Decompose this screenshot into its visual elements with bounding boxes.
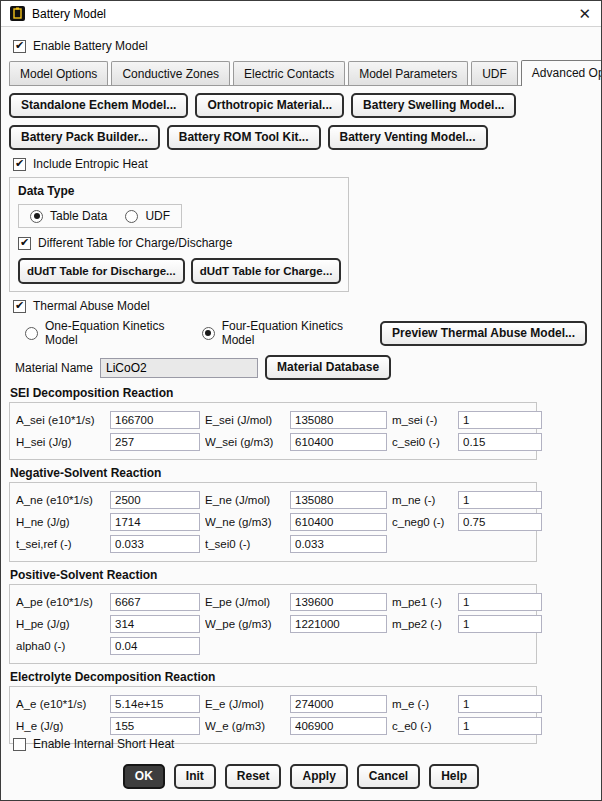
tab-conductive-zones[interactable]: Conductive Zones — [111, 61, 230, 85]
param-input-e-pe-j-mol[interactable] — [290, 593, 387, 611]
battery-pack-builder-button[interactable]: Battery Pack Builder... — [9, 125, 160, 150]
param-label-t-sei-ref: t_sei,ref (-) — [16, 538, 105, 550]
param-input-e-sei-j-mol[interactable] — [290, 411, 387, 429]
param-label-e-pe-j-mol: E_pe (J/mol) — [205, 596, 285, 608]
param-input-h-pe-j-g[interactable] — [110, 615, 200, 633]
reset-button[interactable]: Reset — [225, 764, 282, 789]
param-input-w-ne-g-m3[interactable] — [290, 513, 387, 531]
param-input-h-sei-j-g[interactable] — [110, 433, 200, 451]
battery-swelling-model-button[interactable]: Battery Swelling Model... — [351, 93, 516, 118]
param-input-m-ne[interactable] — [458, 491, 542, 509]
enable-internal-short-heat-checkbox[interactable]: Enable Internal Short Heat — [13, 737, 174, 751]
param-input-m-sei[interactable] — [458, 411, 542, 429]
param-label-w-sei-g-m3: W_sei (g/m3) — [205, 436, 285, 448]
checkbox-label: Enable Internal Short Heat — [33, 737, 174, 751]
init-button[interactable]: Init — [174, 764, 216, 789]
param-row: A_pe (e10*1/s)E_pe (J/mol)m_pe1 (-) — [16, 592, 530, 612]
param-input-a-e-e10-1-s[interactable] — [110, 695, 200, 713]
checkbox-icon — [18, 237, 31, 250]
battery-icon — [10, 6, 25, 21]
param-input-e-ne-j-mol[interactable] — [290, 491, 387, 509]
param-input-w-sei-g-m3[interactable] — [290, 433, 387, 451]
apply-button[interactable]: Apply — [290, 764, 347, 789]
radio-icon — [30, 210, 43, 223]
close-icon[interactable]: ✕ — [578, 6, 591, 21]
tab-bar: Model OptionsConductive ZonesElectric Co… — [9, 60, 593, 86]
orthotropic-material-button[interactable]: Orthotropic Material... — [195, 93, 344, 118]
param-input-e-e-j-mol[interactable] — [290, 695, 387, 713]
parameter-sections: SEI Decomposition ReactionA_sei (e10*1/s… — [9, 386, 593, 744]
help-button[interactable]: Help — [429, 764, 479, 789]
tab-model-parameters[interactable]: Model Parameters — [348, 61, 468, 85]
param-label-m-e: m_e (-) — [392, 698, 453, 710]
param-input-a-sei-e10-1-s[interactable] — [110, 411, 200, 429]
tab-electric-contacts[interactable]: Electric Contacts — [233, 61, 345, 85]
section-title-electrolyte-decomposition-reaction: Electrolyte Decomposition Reaction — [10, 670, 593, 684]
radio-icon — [25, 327, 38, 340]
param-input-w-pe-g-m3[interactable] — [290, 615, 387, 633]
thermal-abuse-model-checkbox[interactable]: Thermal Abuse Model — [13, 299, 150, 313]
param-input-a-ne-e10-1-s[interactable] — [110, 491, 200, 509]
radio-one-equation-kinetics[interactable]: One-Equation Kinetics Model — [25, 319, 176, 347]
param-row: A_e (e10*1/s)E_e (J/mol)m_e (-) — [16, 694, 530, 714]
param-row: A_sei (e10*1/s)E_sei (J/mol)m_sei (-) — [16, 410, 530, 430]
tab-udf[interactable]: UDF — [471, 61, 518, 85]
param-input-h-ne-j-g[interactable] — [110, 513, 200, 531]
ok-button[interactable]: OK — [123, 764, 165, 789]
param-label-h-ne-j-g: H_ne (J/g) — [16, 516, 105, 528]
section-box-negative-solvent-reaction: A_ne (e10*1/s)E_ne (J/mol)m_ne (-)H_ne (… — [9, 482, 537, 562]
param-label-h-pe-j-g: H_pe (J/g) — [16, 618, 105, 630]
preview-thermal-abuse-model-button[interactable]: Preview Thermal Abuse Model... — [380, 321, 587, 346]
dudt-table-discharge-button[interactable]: dUdT Table for Discharge... — [18, 258, 185, 284]
material-name-row: Material Name Material Database — [15, 355, 593, 380]
section-title-positive-solvent-reaction: Positive-Solvent Reaction — [10, 568, 593, 582]
enable-battery-model-checkbox[interactable]: Enable Battery Model — [13, 39, 148, 53]
param-row: H_ne (J/g)W_ne (g/m3)c_neg0 (-) — [16, 512, 530, 532]
param-input-m-e[interactable] — [458, 695, 542, 713]
battery-rom-tool-kit-button[interactable]: Battery ROM Tool Kit... — [167, 125, 321, 150]
material-database-button[interactable]: Material Database — [265, 355, 391, 380]
checkbox-icon — [13, 158, 26, 171]
data-type-title: Data Type — [18, 184, 340, 198]
param-input-t-sei-ref[interactable] — [110, 535, 200, 553]
param-input-t-sei0[interactable] — [290, 535, 387, 553]
param-row: H_pe (J/g)W_pe (g/m3)m_pe2 (-) — [16, 614, 530, 634]
footer-buttons: OKInitResetApplyCancelHelp — [9, 764, 593, 789]
radio-icon — [125, 210, 138, 223]
param-label-m-pe2: m_pe2 (-) — [392, 618, 453, 630]
param-input-m-pe1[interactable] — [458, 593, 542, 611]
param-input-alpha0[interactable] — [110, 637, 200, 655]
standalone-echem-model-button[interactable]: Standalone Echem Model... — [9, 93, 188, 118]
battery-venting-model-button[interactable]: Battery Venting Model... — [328, 125, 488, 150]
dudt-table-charge-button[interactable]: dUdT Table for Charge... — [191, 258, 342, 284]
param-label-a-ne-e10-1-s: A_ne (e10*1/s) — [16, 494, 105, 506]
param-label-a-pe-e10-1-s: A_pe (e10*1/s) — [16, 596, 105, 608]
param-label-e-ne-j-mol: E_ne (J/mol) — [205, 494, 285, 506]
checkbox-label: Thermal Abuse Model — [33, 299, 150, 313]
cancel-button[interactable]: Cancel — [357, 764, 420, 789]
param-input-c-neg0[interactable] — [458, 513, 542, 531]
radio-table-data[interactable]: Table Data — [30, 209, 107, 223]
param-label-h-sei-j-g: H_sei (J/g) — [16, 436, 105, 448]
tab-model-options[interactable]: Model Options — [9, 61, 108, 85]
kinetics-model-row: One-Equation Kinetics Model Four-Equatio… — [25, 319, 591, 347]
param-row: H_sei (J/g)W_sei (g/m3)c_sei0 (-) — [16, 432, 530, 452]
window-title: Battery Model — [32, 7, 106, 21]
param-label-a-sei-e10-1-s: A_sei (e10*1/s) — [16, 414, 105, 426]
param-input-m-pe2[interactable] — [458, 615, 542, 633]
tab-advanced-options[interactable]: Advanced Options — [521, 60, 602, 86]
radio-four-equation-kinetics[interactable]: Four-Equation Kinetics Model — [202, 319, 354, 347]
param-label-e-sei-j-mol: E_sei (J/mol) — [205, 414, 285, 426]
material-name-input[interactable] — [100, 358, 258, 378]
dialog-content: Enable Battery Model Model OptionsConduc… — [1, 27, 601, 731]
param-label-m-pe1: m_pe1 (-) — [392, 596, 453, 608]
checkbox-icon — [13, 738, 26, 751]
param-input-c-sei0[interactable] — [458, 433, 542, 451]
radio-udf[interactable]: UDF — [125, 209, 170, 223]
section-box-positive-solvent-reaction: A_pe (e10*1/s)E_pe (J/mol)m_pe1 (-)H_pe … — [9, 584, 537, 664]
section-box-sei-decomposition-reaction: A_sei (e10*1/s)E_sei (J/mol)m_sei (-)H_s… — [9, 402, 537, 460]
param-input-a-pe-e10-1-s[interactable] — [110, 593, 200, 611]
different-table-checkbox[interactable]: Different Table for Charge/Discharge — [18, 236, 232, 250]
checkbox-label: Enable Battery Model — [33, 39, 148, 53]
include-entropic-heat-checkbox[interactable]: Include Entropic Heat — [13, 157, 148, 171]
